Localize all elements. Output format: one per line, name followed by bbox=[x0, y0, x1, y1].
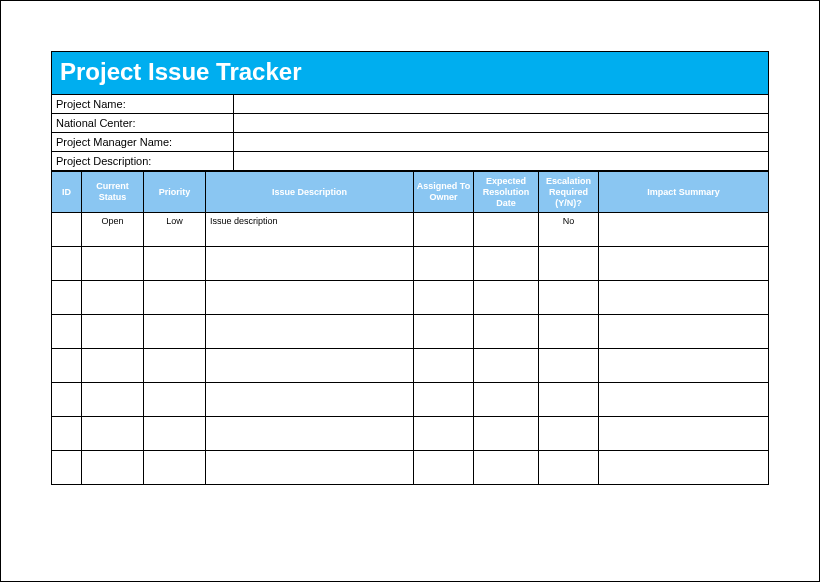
cell-id[interactable] bbox=[52, 213, 82, 247]
cell-desc[interactable] bbox=[206, 349, 414, 383]
cell-priority[interactable] bbox=[144, 281, 206, 315]
cell-id[interactable] bbox=[52, 383, 82, 417]
document-frame: Project Issue Tracker Project Name: Nati… bbox=[0, 0, 820, 582]
cell-escalation[interactable] bbox=[539, 451, 599, 485]
cell-owner[interactable] bbox=[414, 417, 474, 451]
cell-owner[interactable] bbox=[414, 451, 474, 485]
table-row bbox=[52, 349, 769, 383]
cell-desc[interactable]: Issue description bbox=[206, 213, 414, 247]
table-row: Open Low Issue description No bbox=[52, 213, 769, 247]
meta-row-project-desc: Project Description: bbox=[52, 152, 769, 171]
cell-status[interactable] bbox=[82, 315, 144, 349]
project-name-label: Project Name: bbox=[52, 95, 234, 114]
cell-priority[interactable] bbox=[144, 247, 206, 281]
cell-impact[interactable] bbox=[599, 383, 769, 417]
cell-id[interactable] bbox=[52, 451, 82, 485]
cell-impact[interactable] bbox=[599, 451, 769, 485]
project-desc-label: Project Description: bbox=[52, 152, 234, 171]
cell-date[interactable] bbox=[474, 247, 539, 281]
cell-escalation[interactable] bbox=[539, 281, 599, 315]
cell-desc[interactable] bbox=[206, 383, 414, 417]
table-row bbox=[52, 315, 769, 349]
cell-status[interactable] bbox=[82, 349, 144, 383]
cell-owner[interactable] bbox=[414, 383, 474, 417]
table-row bbox=[52, 383, 769, 417]
project-desc-value[interactable] bbox=[234, 152, 769, 171]
cell-impact[interactable] bbox=[599, 281, 769, 315]
meta-row-pm-name: Project Manager Name: bbox=[52, 133, 769, 152]
table-row bbox=[52, 281, 769, 315]
cell-impact[interactable] bbox=[599, 417, 769, 451]
national-center-value[interactable] bbox=[234, 114, 769, 133]
cell-priority[interactable] bbox=[144, 417, 206, 451]
cell-escalation[interactable] bbox=[539, 349, 599, 383]
cell-id[interactable] bbox=[52, 315, 82, 349]
cell-owner[interactable] bbox=[414, 281, 474, 315]
document-content: Project Issue Tracker Project Name: Nati… bbox=[51, 51, 769, 485]
col-header-id: ID bbox=[52, 172, 82, 213]
cell-status[interactable]: Open bbox=[82, 213, 144, 247]
cell-owner[interactable] bbox=[414, 349, 474, 383]
cell-impact[interactable] bbox=[599, 213, 769, 247]
issue-table: ID Current Status Priority Issue Descrip… bbox=[51, 171, 769, 485]
cell-escalation[interactable] bbox=[539, 247, 599, 281]
cell-id[interactable] bbox=[52, 349, 82, 383]
cell-status[interactable] bbox=[82, 417, 144, 451]
cell-status[interactable] bbox=[82, 383, 144, 417]
meta-row-project-name: Project Name: bbox=[52, 95, 769, 114]
pm-name-value[interactable] bbox=[234, 133, 769, 152]
col-header-desc: Issue Description bbox=[206, 172, 414, 213]
cell-id[interactable] bbox=[52, 281, 82, 315]
col-header-escalation: Escalation Required (Y/N)? bbox=[539, 172, 599, 213]
cell-desc[interactable] bbox=[206, 417, 414, 451]
cell-escalation[interactable] bbox=[539, 417, 599, 451]
cell-status[interactable] bbox=[82, 281, 144, 315]
project-name-value[interactable] bbox=[234, 95, 769, 114]
cell-desc[interactable] bbox=[206, 247, 414, 281]
cell-priority[interactable] bbox=[144, 383, 206, 417]
col-header-owner: Assigned To Owner bbox=[414, 172, 474, 213]
cell-owner[interactable] bbox=[414, 213, 474, 247]
cell-date[interactable] bbox=[474, 349, 539, 383]
issue-table-body: Open Low Issue description No bbox=[52, 213, 769, 485]
cell-priority[interactable] bbox=[144, 349, 206, 383]
issue-table-header: ID Current Status Priority Issue Descrip… bbox=[52, 172, 769, 213]
cell-date[interactable] bbox=[474, 383, 539, 417]
page-title: Project Issue Tracker bbox=[51, 51, 769, 94]
cell-date[interactable] bbox=[474, 281, 539, 315]
cell-id[interactable] bbox=[52, 247, 82, 281]
col-header-date: Expected Resolution Date bbox=[474, 172, 539, 213]
cell-id[interactable] bbox=[52, 417, 82, 451]
cell-priority[interactable]: Low bbox=[144, 213, 206, 247]
cell-desc[interactable] bbox=[206, 281, 414, 315]
cell-escalation[interactable] bbox=[539, 383, 599, 417]
col-header-status: Current Status bbox=[82, 172, 144, 213]
pm-name-label: Project Manager Name: bbox=[52, 133, 234, 152]
col-header-impact: Impact Summary bbox=[599, 172, 769, 213]
cell-date[interactable] bbox=[474, 417, 539, 451]
cell-escalation[interactable]: No bbox=[539, 213, 599, 247]
national-center-label: National Center: bbox=[52, 114, 234, 133]
cell-impact[interactable] bbox=[599, 349, 769, 383]
cell-date[interactable] bbox=[474, 213, 539, 247]
cell-desc[interactable] bbox=[206, 315, 414, 349]
cell-escalation[interactable] bbox=[539, 315, 599, 349]
cell-impact[interactable] bbox=[599, 247, 769, 281]
cell-date[interactable] bbox=[474, 315, 539, 349]
cell-impact[interactable] bbox=[599, 315, 769, 349]
cell-status[interactable] bbox=[82, 247, 144, 281]
col-header-priority: Priority bbox=[144, 172, 206, 213]
cell-owner[interactable] bbox=[414, 247, 474, 281]
table-row bbox=[52, 247, 769, 281]
cell-desc[interactable] bbox=[206, 451, 414, 485]
meta-row-national-center: National Center: bbox=[52, 114, 769, 133]
cell-priority[interactable] bbox=[144, 451, 206, 485]
table-row bbox=[52, 417, 769, 451]
table-row bbox=[52, 451, 769, 485]
cell-owner[interactable] bbox=[414, 315, 474, 349]
project-meta-table: Project Name: National Center: Project M… bbox=[51, 94, 769, 171]
cell-date[interactable] bbox=[474, 451, 539, 485]
cell-priority[interactable] bbox=[144, 315, 206, 349]
cell-status[interactable] bbox=[82, 451, 144, 485]
